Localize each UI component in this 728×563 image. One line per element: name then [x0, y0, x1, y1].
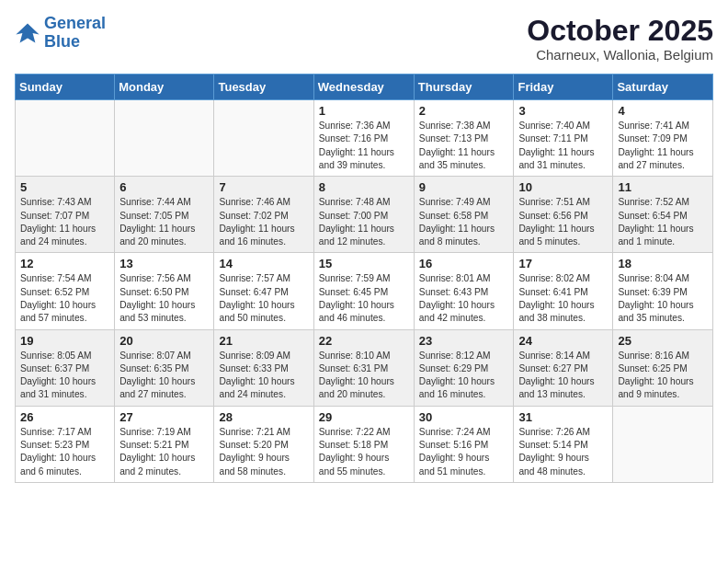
logo-line2: Blue	[44, 32, 80, 51]
calendar-day-cell: 26Sunrise: 7:17 AM Sunset: 5:23 PM Dayli…	[16, 406, 115, 482]
day-number: 1	[319, 104, 409, 118]
day-number: 8	[319, 180, 409, 194]
day-number: 28	[219, 410, 308, 424]
day-number: 11	[618, 180, 708, 194]
weekday-header: Tuesday	[214, 75, 313, 100]
day-number: 10	[518, 180, 608, 194]
day-number: 7	[219, 180, 308, 194]
calendar-day-cell: 2Sunrise: 7:38 AM Sunset: 7:13 PM Daylig…	[414, 100, 514, 177]
calendar-day-cell: 15Sunrise: 7:59 AM Sunset: 6:45 PM Dayli…	[313, 253, 414, 329]
weekday-header: Wednesday	[313, 75, 414, 100]
day-number: 12	[20, 257, 109, 270]
day-info: Sunrise: 7:21 AM Sunset: 5:20 PM Dayligh…	[219, 426, 308, 478]
day-info: Sunrise: 7:52 AM Sunset: 6:54 PM Dayligh…	[618, 196, 708, 248]
day-number: 25	[618, 334, 708, 348]
day-number: 14	[219, 257, 308, 270]
calendar-day-cell: 30Sunrise: 7:24 AM Sunset: 5:16 PM Dayli…	[414, 406, 514, 482]
weekday-header: Thursday	[414, 75, 514, 100]
calendar-week-row: 26Sunrise: 7:17 AM Sunset: 5:23 PM Dayli…	[16, 406, 713, 482]
calendar-day-cell: 31Sunrise: 7:26 AM Sunset: 5:14 PM Dayli…	[514, 406, 613, 482]
day-number: 29	[319, 410, 409, 424]
calendar-week-row: 19Sunrise: 8:05 AM Sunset: 6:37 PM Dayli…	[16, 329, 713, 406]
calendar-day-cell: 18Sunrise: 8:04 AM Sunset: 6:39 PM Dayli…	[613, 253, 713, 329]
calendar-day-cell	[613, 406, 713, 482]
day-number: 4	[618, 104, 708, 118]
day-number: 13	[119, 257, 209, 270]
day-info: Sunrise: 7:59 AM Sunset: 6:45 PM Dayligh…	[319, 272, 409, 325]
day-number: 30	[419, 410, 509, 424]
logo-icon	[15, 20, 40, 46]
calendar-table: SundayMondayTuesdayWednesdayThursdayFrid…	[15, 74, 713, 483]
calendar-day-cell: 4Sunrise: 7:41 AM Sunset: 7:09 PM Daylig…	[613, 100, 713, 177]
day-number: 5	[20, 180, 109, 194]
day-info: Sunrise: 7:44 AM Sunset: 7:05 PM Dayligh…	[119, 196, 209, 248]
calendar-day-cell: 19Sunrise: 8:05 AM Sunset: 6:37 PM Dayli…	[16, 329, 115, 406]
day-number: 26	[20, 410, 109, 424]
day-info: Sunrise: 7:19 AM Sunset: 5:21 PM Dayligh…	[119, 426, 209, 478]
calendar-week-row: 5Sunrise: 7:43 AM Sunset: 7:07 PM Daylig…	[16, 177, 713, 253]
calendar-day-cell	[115, 100, 214, 177]
weekday-header: Monday	[115, 75, 214, 100]
calendar-day-cell	[16, 100, 115, 177]
day-info: Sunrise: 7:54 AM Sunset: 6:52 PM Dayligh…	[20, 272, 109, 325]
calendar-day-cell: 10Sunrise: 7:51 AM Sunset: 6:56 PM Dayli…	[514, 177, 613, 253]
day-info: Sunrise: 8:07 AM Sunset: 6:35 PM Dayligh…	[119, 350, 209, 402]
calendar-day-cell: 5Sunrise: 7:43 AM Sunset: 7:07 PM Daylig…	[16, 177, 115, 253]
day-info: Sunrise: 8:01 AM Sunset: 6:43 PM Dayligh…	[419, 272, 509, 325]
day-info: Sunrise: 8:10 AM Sunset: 6:31 PM Dayligh…	[319, 350, 409, 402]
day-info: Sunrise: 7:17 AM Sunset: 5:23 PM Dayligh…	[20, 426, 109, 478]
calendar-day-cell: 27Sunrise: 7:19 AM Sunset: 5:21 PM Dayli…	[115, 406, 214, 482]
calendar-day-cell: 23Sunrise: 8:12 AM Sunset: 6:29 PM Dayli…	[414, 329, 514, 406]
weekday-header: Sunday	[16, 75, 115, 100]
calendar-day-cell: 13Sunrise: 7:56 AM Sunset: 6:50 PM Dayli…	[115, 253, 214, 329]
day-number: 22	[319, 334, 409, 348]
calendar-day-cell: 22Sunrise: 8:10 AM Sunset: 6:31 PM Dayli…	[313, 329, 414, 406]
calendar-day-cell: 16Sunrise: 8:01 AM Sunset: 6:43 PM Dayli…	[414, 253, 514, 329]
day-info: Sunrise: 7:40 AM Sunset: 7:11 PM Dayligh…	[518, 120, 608, 172]
calendar-day-cell: 1Sunrise: 7:36 AM Sunset: 7:16 PM Daylig…	[313, 100, 414, 177]
day-info: Sunrise: 8:02 AM Sunset: 6:41 PM Dayligh…	[518, 272, 608, 325]
day-number: 16	[419, 257, 509, 270]
calendar-day-cell: 14Sunrise: 7:57 AM Sunset: 6:47 PM Dayli…	[214, 253, 313, 329]
calendar-day-cell: 21Sunrise: 8:09 AM Sunset: 6:33 PM Dayli…	[214, 329, 313, 406]
day-number: 23	[419, 334, 509, 348]
day-number: 24	[518, 334, 608, 348]
day-info: Sunrise: 8:12 AM Sunset: 6:29 PM Dayligh…	[419, 350, 509, 402]
day-info: Sunrise: 7:49 AM Sunset: 6:58 PM Dayligh…	[419, 196, 509, 248]
day-info: Sunrise: 8:14 AM Sunset: 6:27 PM Dayligh…	[518, 350, 608, 402]
calendar-day-cell: 20Sunrise: 8:07 AM Sunset: 6:35 PM Dayli…	[115, 329, 214, 406]
calendar-day-cell: 28Sunrise: 7:21 AM Sunset: 5:20 PM Dayli…	[214, 406, 313, 482]
calendar-day-cell	[214, 100, 313, 177]
weekday-header: Saturday	[613, 75, 713, 100]
day-info: Sunrise: 8:16 AM Sunset: 6:25 PM Dayligh…	[618, 350, 708, 402]
calendar-day-cell: 3Sunrise: 7:40 AM Sunset: 7:11 PM Daylig…	[514, 100, 613, 177]
calendar-day-cell: 11Sunrise: 7:52 AM Sunset: 6:54 PM Dayli…	[613, 177, 713, 253]
day-info: Sunrise: 7:41 AM Sunset: 7:09 PM Dayligh…	[618, 120, 708, 172]
month-title: October 2025	[527, 15, 713, 47]
calendar-day-cell: 25Sunrise: 8:16 AM Sunset: 6:25 PM Dayli…	[613, 329, 713, 406]
day-info: Sunrise: 7:38 AM Sunset: 7:13 PM Dayligh…	[419, 120, 509, 172]
day-number: 18	[618, 257, 708, 270]
day-info: Sunrise: 7:56 AM Sunset: 6:50 PM Dayligh…	[119, 272, 209, 325]
calendar-day-cell: 9Sunrise: 7:49 AM Sunset: 6:58 PM Daylig…	[414, 177, 514, 253]
weekday-header: Friday	[514, 75, 613, 100]
calendar-day-cell: 24Sunrise: 8:14 AM Sunset: 6:27 PM Dayli…	[514, 329, 613, 406]
day-number: 3	[518, 104, 608, 118]
day-number: 31	[518, 410, 608, 424]
day-number: 6	[119, 180, 209, 194]
day-number: 19	[20, 334, 109, 348]
calendar-day-cell: 12Sunrise: 7:54 AM Sunset: 6:52 PM Dayli…	[16, 253, 115, 329]
location-title: Charneux, Wallonia, Belgium	[527, 47, 713, 63]
day-info: Sunrise: 7:26 AM Sunset: 5:14 PM Dayligh…	[518, 426, 608, 478]
day-number: 27	[119, 410, 209, 424]
page-header: General Blue October 2025 Charneux, Wall…	[15, 15, 713, 63]
calendar-day-cell: 17Sunrise: 8:02 AM Sunset: 6:41 PM Dayli…	[514, 253, 613, 329]
day-number: 21	[219, 334, 308, 348]
day-info: Sunrise: 7:48 AM Sunset: 7:00 PM Dayligh…	[319, 196, 409, 248]
day-info: Sunrise: 8:09 AM Sunset: 6:33 PM Dayligh…	[219, 350, 308, 402]
weekday-header-row: SundayMondayTuesdayWednesdayThursdayFrid…	[16, 75, 713, 100]
calendar-day-cell: 29Sunrise: 7:22 AM Sunset: 5:18 PM Dayli…	[313, 406, 414, 482]
day-info: Sunrise: 8:05 AM Sunset: 6:37 PM Dayligh…	[20, 350, 109, 402]
day-info: Sunrise: 7:43 AM Sunset: 7:07 PM Dayligh…	[20, 196, 109, 248]
calendar-day-cell: 8Sunrise: 7:48 AM Sunset: 7:00 PM Daylig…	[313, 177, 414, 253]
